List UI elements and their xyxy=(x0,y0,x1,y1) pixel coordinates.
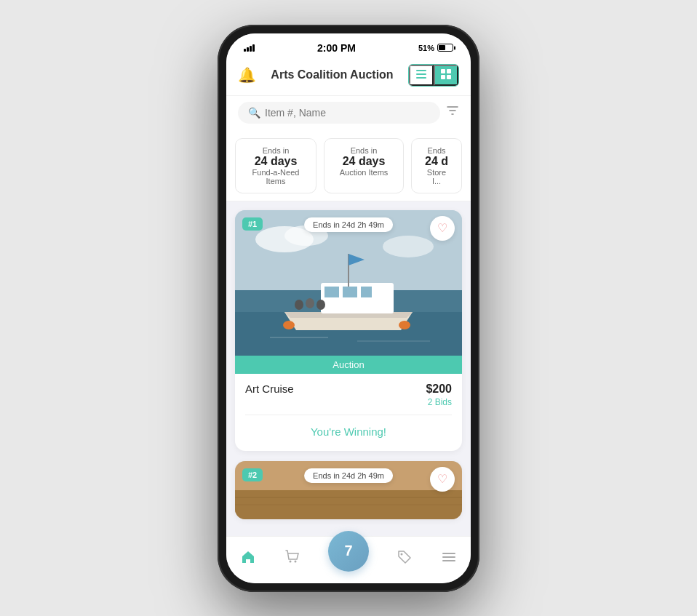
grid-view-icon xyxy=(441,69,451,79)
cart-icon xyxy=(284,549,300,565)
search-box: 🔍 xyxy=(238,102,440,124)
svg-point-18 xyxy=(295,300,303,310)
search-input[interactable] xyxy=(265,107,430,119)
nav-tag[interactable] xyxy=(397,549,413,565)
item-1-name: Art Cruise xyxy=(245,383,294,395)
view-toggle xyxy=(408,64,459,87)
battery-icon xyxy=(437,44,453,52)
svg-rect-34 xyxy=(442,560,455,561)
nav-center-button[interactable]: 7 xyxy=(328,531,369,572)
item-1-type-label: Auction xyxy=(235,356,462,374)
item-1-bids: 2 Bids xyxy=(428,397,452,407)
home-icon xyxy=(240,549,256,565)
category-1-days: 24 days xyxy=(335,155,393,168)
bottom-nav: 7 xyxy=(226,536,471,583)
notification-bell-icon[interactable]: 🔔 xyxy=(238,66,256,84)
category-2-name: Store I... xyxy=(422,168,451,185)
app-title: Arts Coalition Auction xyxy=(271,68,393,81)
grid-view-button[interactable] xyxy=(434,65,458,86)
item-1-body: Art Cruise $200 2 Bids You're Winning! xyxy=(235,374,462,451)
phone-screen: 2:00 PM 51% 🔔 Arts Coalition Auction xyxy=(226,33,471,583)
category-0-ends-label: Ends in xyxy=(246,146,306,155)
boat-scene-image xyxy=(235,210,462,356)
item-1-title-row: Art Cruise $200 xyxy=(245,383,452,396)
item-1-favorite-button[interactable]: ♡ xyxy=(430,216,455,241)
svg-rect-2 xyxy=(416,77,426,79)
category-tabs: Ends in 24 days Fund-a-Need Items Ends i… xyxy=(226,131,471,201)
svg-rect-16 xyxy=(361,287,372,297)
item-1-ends-badge: Ends in 24d 2h 49m xyxy=(304,217,393,232)
svg-rect-15 xyxy=(343,287,357,297)
filter-icon[interactable] xyxy=(446,104,459,121)
category-fund-a-need[interactable]: Ends in 24 days Fund-a-Need Items xyxy=(235,138,316,193)
nav-home[interactable] xyxy=(240,549,256,565)
svg-rect-33 xyxy=(442,556,455,558)
item-1-image-container: #1 Ends in 24d 2h 49m ♡ xyxy=(235,210,462,356)
category-auction[interactable]: Ends in 24 days Auction Items xyxy=(324,138,404,193)
search-icon: 🔍 xyxy=(248,107,260,119)
heart-icon-2: ♡ xyxy=(437,472,447,486)
item-2-image-container: #2 Ends in 24d 2h 49m ♡ xyxy=(235,461,462,519)
category-2-ends-label: Ends xyxy=(422,146,451,155)
nav-cart[interactable] xyxy=(284,549,300,565)
item-1-price: $200 xyxy=(426,383,452,396)
svg-point-20 xyxy=(316,300,325,310)
svg-point-22 xyxy=(399,321,410,329)
battery-fill xyxy=(439,45,445,50)
svg-point-21 xyxy=(283,321,295,329)
list-view-icon xyxy=(416,69,426,79)
nav-center-count: 7 xyxy=(344,543,352,559)
nav-menu[interactable] xyxy=(441,549,457,565)
item-1-number-badge: #1 xyxy=(242,217,263,231)
status-icons: 51% xyxy=(418,44,453,52)
item-1-status: You're Winning! xyxy=(245,423,452,442)
svg-rect-1 xyxy=(416,73,426,75)
svg-rect-32 xyxy=(442,553,455,554)
svg-point-19 xyxy=(306,298,314,308)
search-container: 🔍 xyxy=(226,96,471,131)
svg-rect-14 xyxy=(324,287,339,297)
phone-frame: 2:00 PM 51% 🔔 Arts Coalition Auction xyxy=(218,25,479,592)
category-2-days: 24 d xyxy=(422,155,451,168)
category-0-days: 24 days xyxy=(246,155,306,168)
category-store[interactable]: Ends 24 d Store I... xyxy=(411,138,462,193)
main-content: #1 Ends in 24d 2h 49m ♡ Auction Art Crui… xyxy=(226,201,471,536)
svg-rect-5 xyxy=(441,75,445,79)
svg-point-12 xyxy=(383,236,434,257)
item-1-divider xyxy=(245,415,452,415)
item-2-number-badge: #2 xyxy=(242,468,263,481)
menu-icon xyxy=(441,549,457,565)
auction-item-1: #1 Ends in 24d 2h 49m ♡ Auction Art Crui… xyxy=(235,210,462,451)
list-view-button[interactable] xyxy=(409,65,434,86)
category-0-name: Fund-a-Need Items xyxy=(246,168,306,185)
tag-icon xyxy=(397,549,413,565)
battery-percentage: 51% xyxy=(418,44,434,52)
signal-strength xyxy=(244,44,255,52)
svg-rect-0 xyxy=(416,70,426,71)
svg-point-30 xyxy=(294,560,296,562)
svg-point-31 xyxy=(401,553,403,555)
item-2-favorite-button[interactable]: ♡ xyxy=(430,467,455,492)
item-2-ends-badge: Ends in 24d 2h 49m xyxy=(304,468,393,483)
app-header: 🔔 Arts Coalition Auction xyxy=(226,58,471,96)
svg-point-29 xyxy=(289,560,291,562)
auction-item-2: #2 Ends in 24d 2h 49m ♡ xyxy=(235,461,462,519)
status-bar: 2:00 PM 51% xyxy=(226,33,471,58)
category-1-name: Auction Items xyxy=(335,168,393,177)
item-1-bids-row: 2 Bids xyxy=(245,397,452,407)
heart-icon: ♡ xyxy=(437,221,447,235)
status-time: 2:00 PM xyxy=(317,42,356,54)
svg-rect-4 xyxy=(447,69,451,73)
category-1-ends-label: Ends in xyxy=(335,146,393,155)
svg-rect-3 xyxy=(441,69,445,73)
svg-rect-6 xyxy=(447,75,451,79)
